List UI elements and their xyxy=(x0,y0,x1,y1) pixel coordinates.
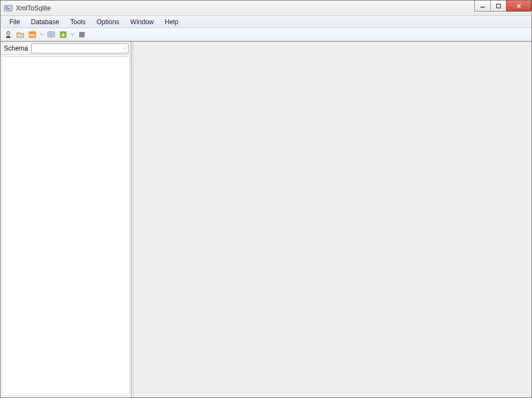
query-icon[interactable] xyxy=(46,29,57,40)
open-file-icon[interactable] xyxy=(15,29,26,40)
main-panel xyxy=(134,42,531,397)
minimize-button[interactable] xyxy=(474,1,491,12)
svg-text:XML: XML xyxy=(29,34,36,37)
export-icon[interactable] xyxy=(58,29,69,40)
connect-icon[interactable] xyxy=(3,29,14,40)
close-button[interactable] xyxy=(506,1,531,12)
xml-dropdown-icon[interactable] xyxy=(39,29,45,40)
window-title: XmlToSqlite xyxy=(16,4,51,12)
svg-rect-2 xyxy=(5,8,10,9)
export-dropdown-icon[interactable] xyxy=(70,29,75,40)
schema-combobox[interactable] xyxy=(31,43,129,53)
window-controls xyxy=(475,1,531,12)
app-icon xyxy=(4,4,13,13)
xml-icon[interactable]: XML xyxy=(27,29,38,40)
menu-options[interactable]: Options xyxy=(91,17,125,27)
toolbar: XML xyxy=(1,28,531,41)
menu-database[interactable]: Database xyxy=(25,17,64,27)
svg-rect-4 xyxy=(497,4,501,8)
menubar: File Database Tools Options Window Help xyxy=(1,16,531,28)
stop-icon[interactable] xyxy=(76,29,87,40)
schema-label: Schema xyxy=(3,45,29,52)
sidebar: Schema xyxy=(1,42,131,397)
maximize-button[interactable] xyxy=(490,1,507,12)
svg-rect-14 xyxy=(79,32,85,37)
menu-help[interactable]: Help xyxy=(159,17,184,27)
menu-file[interactable]: File xyxy=(4,17,25,27)
titlebar: XmlToSqlite xyxy=(1,1,531,16)
schema-row: Schema xyxy=(1,42,131,55)
schema-tree[interactable] xyxy=(2,56,130,396)
svg-rect-10 xyxy=(48,32,54,37)
svg-rect-1 xyxy=(5,7,8,8)
chevron-down-icon xyxy=(123,45,127,52)
content-area: Schema xyxy=(1,41,531,397)
menu-window[interactable]: Window xyxy=(125,17,159,27)
svg-point-7 xyxy=(7,31,10,35)
app-window: XmlToSqlite File Database Tools Options … xyxy=(0,0,532,398)
menu-tools[interactable]: Tools xyxy=(65,17,91,27)
